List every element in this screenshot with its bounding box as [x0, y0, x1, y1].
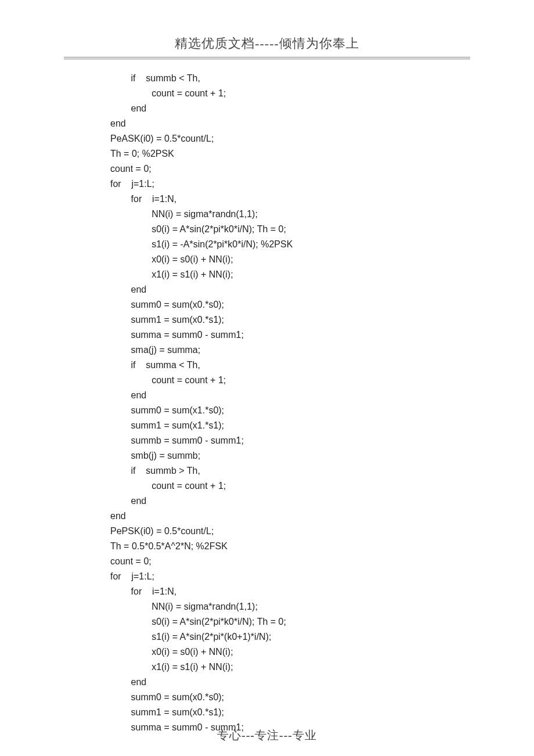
page-footer: 专心---专注---专业 — [0, 728, 534, 743]
code-content: if summb < Th, count = count + 1; end en… — [0, 59, 534, 735]
page-header: 精选优质文档-----倾情为你奉上 — [0, 0, 534, 52]
